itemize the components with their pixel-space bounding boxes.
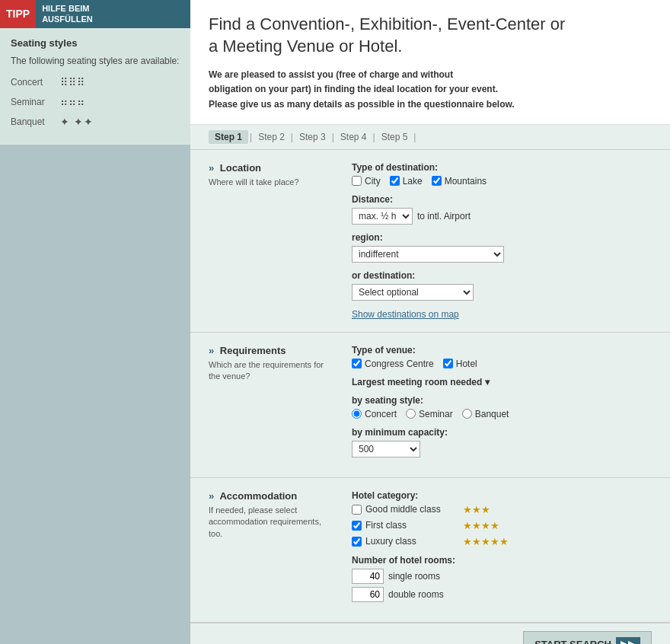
mountains-label: Mountains <box>445 176 487 187</box>
concert-radio[interactable] <box>352 409 362 419</box>
good-middle-class-stars: ★★★ <box>463 504 490 515</box>
lake-checkbox[interactable] <box>390 176 400 186</box>
accommodation-title: » Accommodation <box>209 490 333 502</box>
hotel-rooms-group: Number of hotel rooms: single rooms doub… <box>352 555 652 602</box>
seating-item-banquet: Banquet ✦ ✦✦ <box>11 116 180 128</box>
location-fields: Type of destination: City Lake <box>346 162 652 320</box>
double-rooms-input[interactable] <box>352 587 384 602</box>
single-rooms-label: single rooms <box>388 571 440 582</box>
accommodation-label-col: » Accommodation If needed, please select… <box>209 490 346 610</box>
hotel-venue-checkbox[interactable] <box>443 359 453 368</box>
region-group: region: indifferent North South East Wes… <box>352 232 652 263</box>
single-rooms-input[interactable] <box>352 569 384 584</box>
accommodation-fields: Hotel category: Good middle class ★★★ Fi… <box>346 490 652 610</box>
seminar-radio-item[interactable]: Seminar <box>406 409 453 419</box>
distance-row: max. ½ h max. 1 h max. 2 h to intl. Airp… <box>352 208 652 225</box>
seating-item-concert: Concert ⠿⠿⠿ <box>11 76 180 88</box>
seating-seminar-label: Seminar <box>11 97 60 107</box>
destination-type-label: Type of destination: <box>352 162 652 173</box>
first-class-checkbox[interactable] <box>352 521 362 531</box>
congress-label: Congress Centre <box>365 359 434 369</box>
meeting-room-label: Largest meeting room needed ▾ <box>352 377 652 387</box>
requirements-title: » Requirements <box>209 345 333 356</box>
step-3[interactable]: Step 3 <box>295 132 330 142</box>
city-checkbox-item[interactable]: City <box>352 176 381 187</box>
sidebar-seating-desc: The following seating styles are availab… <box>11 55 180 68</box>
congress-checkbox-item[interactable]: Congress Centre <box>352 359 434 369</box>
luxury-class-checkbox[interactable] <box>352 537 362 547</box>
hotel-category-group: Hotel category: Good middle class ★★★ Fi… <box>352 490 652 547</box>
requirements-desc: Which are the requirements for the venue… <box>209 359 333 383</box>
location-section: » Location Where will it take place? Typ… <box>190 150 670 333</box>
map-link-wrapper: Show destinations on map <box>352 308 652 320</box>
or-destination-label: or destination: <box>352 270 652 281</box>
step-2[interactable]: Step 2 <box>254 132 289 142</box>
luxury-class-row: Luxury class ★★★★★ <box>352 536 652 547</box>
hotel-category-label: Hotel category: <box>352 490 652 501</box>
capacity-group: by minimum capacity: 100 200 300 500 100… <box>352 427 652 457</box>
form-area: » Location Where will it take place? Typ… <box>190 150 670 623</box>
banquet-radio-label: Banquet <box>475 409 509 419</box>
city-checkbox[interactable] <box>352 176 362 186</box>
hotel-venue-checkbox-item[interactable]: Hotel <box>443 359 477 369</box>
good-middle-class-label: Good middle class <box>365 504 457 515</box>
first-class-label: First class <box>365 520 457 531</box>
double-rooms-label: double rooms <box>388 589 444 600</box>
meeting-room-group: Largest meeting room needed ▾ <box>352 377 652 387</box>
seminar-radio[interactable] <box>406 409 416 419</box>
capacity-row: 100 200 300 500 1000 <box>352 441 652 457</box>
banquet-radio-item[interactable]: Banquet <box>462 409 509 419</box>
banquet-icon: ✦ ✦✦ <box>60 116 94 128</box>
mountains-checkbox[interactable] <box>432 176 442 186</box>
banquet-radio[interactable] <box>462 409 472 419</box>
capacity-select[interactable]: 100 200 300 500 1000 <box>352 441 420 457</box>
requirements-label-col: » Requirements Which are the requirement… <box>209 345 346 465</box>
venue-type-label: Type of venue: <box>352 345 652 355</box>
good-middle-class-checkbox[interactable] <box>352 505 362 515</box>
lake-label: Lake <box>403 176 423 187</box>
tipp-bar: TIPP HILFE BEIMAUSFÜLLEN <box>0 0 190 28</box>
lake-checkbox-item[interactable]: Lake <box>390 176 423 187</box>
hotel-rooms-label: Number of hotel rooms: <box>352 555 652 566</box>
seminar-radio-label: Seminar <box>419 409 453 419</box>
meeting-room-dropdown-arrow[interactable]: ▾ <box>485 377 490 387</box>
region-select[interactable]: indifferent North South East West <box>352 246 504 263</box>
seating-style-group: by seating style: Concert Seminar <box>352 395 652 419</box>
first-class-row: First class ★★★★ <box>352 520 652 531</box>
step-4[interactable]: Step 4 <box>336 132 372 142</box>
first-class-stars: ★★★★ <box>463 520 499 531</box>
hotel-venue-label: Hotel <box>456 359 477 369</box>
step-1[interactable]: Step 1 <box>209 130 248 144</box>
requirements-section: » Requirements Which are the requirement… <box>190 333 670 478</box>
mountains-checkbox-item[interactable]: Mountains <box>432 176 487 187</box>
city-label: City <box>365 176 381 187</box>
location-arrow: » <box>209 162 214 174</box>
concert-radio-label: Concert <box>365 409 397 419</box>
capacity-label: by minimum capacity: <box>352 427 652 438</box>
concert-icon: ⠿⠿⠿ <box>60 76 85 88</box>
accommodation-desc: If needed, please select accommodation r… <box>209 505 333 540</box>
destination-select[interactable]: Select optional <box>352 284 474 301</box>
sidebar-seating-title: Seating styles <box>11 37 180 49</box>
start-search-button[interactable]: START SEARCH ▶▶ <box>523 631 652 644</box>
venue-type-row: Congress Centre Hotel <box>352 359 652 369</box>
accommodation-section: » Accommodation If needed, please select… <box>190 478 670 623</box>
map-link[interactable]: Show destinations on map <box>352 309 459 320</box>
or-destination-group: or destination: Select optional <box>352 270 652 301</box>
requirements-fields: Type of venue: Congress Centre Hotel <box>346 345 652 465</box>
page-title: Find a Convention-, Exhibition-, Event-C… <box>209 14 652 57</box>
step-5[interactable]: Step 5 <box>377 132 413 142</box>
bottom-bar: START SEARCH ▶▶ <box>190 623 670 644</box>
seating-concert-label: Concert <box>11 77 60 88</box>
distance-select[interactable]: max. ½ h max. 1 h max. 2 h <box>352 208 413 225</box>
single-rooms-row: single rooms <box>352 569 652 584</box>
concert-radio-item[interactable]: Concert <box>352 409 397 419</box>
start-search-arrow-icon: ▶▶ <box>616 637 640 644</box>
page-header: Find a Convention-, Exhibition-, Event-C… <box>190 0 670 125</box>
location-label-col: » Location Where will it take place? <box>209 162 346 320</box>
tipp-label: TIPP <box>0 0 36 28</box>
luxury-class-label: Luxury class <box>365 536 457 547</box>
sidebar-content: Seating styles The following seating sty… <box>0 28 190 145</box>
congress-checkbox[interactable] <box>352 359 362 368</box>
tipp-text: HILFE BEIMAUSFÜLLEN <box>36 0 99 28</box>
